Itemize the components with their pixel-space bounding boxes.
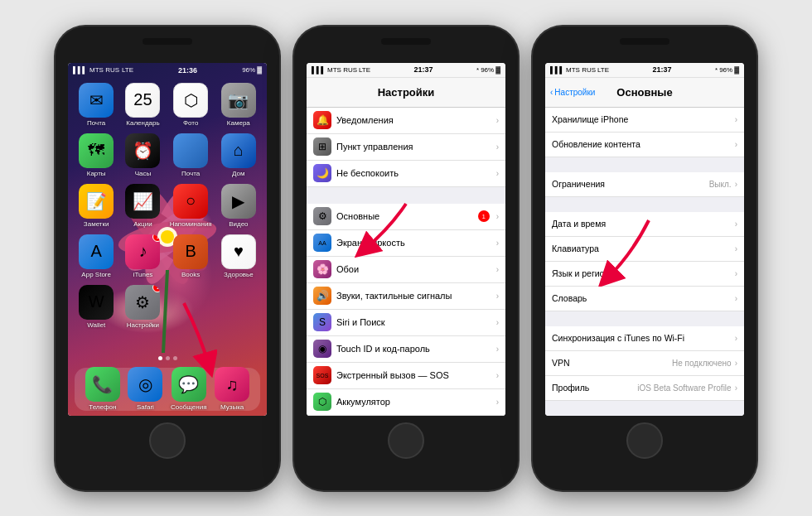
dot-3 — [173, 356, 177, 360]
app-icon[interactable]: ○Напоминания — [170, 184, 212, 228]
home-button-1[interactable] — [149, 422, 186, 459]
chevron-icon: › — [496, 265, 499, 274]
settings-row[interactable]: ⚙Основные1› — [307, 204, 505, 230]
general-list: Хранилище iPhone›Обновление контента›Огр… — [545, 108, 744, 416]
dock-app[interactable]: ♫Музыка — [215, 367, 249, 411]
app-icon[interactable]: ⚙1Настройки — [123, 285, 162, 329]
chevron-back-icon: ‹ — [550, 88, 553, 97]
settings-row[interactable]: ⊞Пункт управления› — [307, 134, 505, 161]
settings-row-label: Экран и яркость — [336, 238, 491, 248]
general-row[interactable]: Клавиатура› — [545, 237, 744, 262]
general-row-label: Профиль — [552, 383, 637, 393]
signal-2: ▌▌▌ — [312, 66, 326, 74]
general-spacer — [545, 157, 744, 172]
general-row[interactable]: Синхронизация с iTunes по Wi-Fi› — [545, 326, 744, 351]
chevron-icon: › — [735, 180, 737, 189]
general-row[interactable]: VPNНе подключено› — [545, 351, 744, 376]
settings-row-label: Уведомления — [336, 115, 491, 125]
app-label: Напоминания — [170, 220, 212, 228]
settings-row-label: Пункт управления — [336, 142, 491, 152]
back-label: Настройки — [554, 88, 595, 97]
general-row[interactable]: Словарь› — [545, 287, 744, 311]
settings-row[interactable]: SOSЭкстренный вызов — SOS› — [307, 363, 505, 389]
chevron-icon: › — [735, 115, 737, 124]
dock-icon: 📞 — [85, 367, 120, 402]
general-row-label: Синхронизация с iTunes по Wi-Fi — [552, 333, 735, 343]
chevron-icon: › — [496, 239, 499, 248]
app-icon[interactable]: ⬡Фото — [170, 83, 212, 127]
settings-row[interactable]: 🌸Обои› — [307, 257, 505, 283]
battery-pct-3: 96% — [719, 66, 732, 74]
app-icon[interactable]: 📈Акции — [123, 184, 162, 228]
app-icon[interactable]: ♥Здоровье — [219, 234, 259, 278]
app-label: Почта — [87, 119, 105, 127]
icon-box: ✉ — [79, 83, 114, 118]
app-icon[interactable]: 25Календарь — [123, 83, 162, 127]
badge: 1 — [152, 234, 160, 242]
settings-row[interactable]: 🌙Не беспокоить› — [307, 161, 505, 187]
app-icon[interactable]: ✉Почта — [76, 83, 116, 127]
app-icon[interactable]: AApp Store — [76, 234, 116, 278]
settings-row-icon: 🔔 — [313, 111, 331, 129]
app-label: Календарь — [126, 119, 159, 127]
app-label: Настройки — [127, 321, 159, 329]
app-label: Часы — [135, 170, 152, 177]
dock-app[interactable]: 💬Сообщения — [171, 367, 206, 411]
general-row[interactable]: Обновление контента› — [545, 133, 744, 157]
icon-box: A — [79, 234, 114, 269]
general-row[interactable]: ОграниченияВыкл.› — [545, 172, 744, 197]
app-icon[interactable]: ▶Видео — [219, 184, 259, 228]
settings-spacer — [307, 187, 505, 204]
general-spacer — [545, 197, 744, 212]
general-row[interactable]: Язык и регион› — [545, 262, 744, 287]
icon-box — [173, 133, 208, 168]
settings-row[interactable]: 🔊Звуки, тактильные сигналы› — [307, 283, 505, 310]
settings-row[interactable]: ◉Touch ID и код-пароль› — [307, 336, 505, 363]
general-row[interactable]: Дата и время› — [545, 212, 744, 237]
app-icon[interactable]: Почта — [170, 133, 212, 177]
general-row-label: Дата и время — [552, 219, 735, 229]
app-label: Дом — [232, 170, 244, 177]
network: LTE — [122, 66, 133, 74]
settings-row-label: Не беспокоить — [336, 168, 491, 178]
icon-box: 📝 — [79, 184, 114, 219]
chevron-icon: › — [735, 383, 737, 393]
general-row[interactable]: ПрофильiOS Beta Software Profile› — [545, 376, 744, 401]
bt-icon-2: * — [476, 66, 479, 74]
icon-box: W — [79, 285, 114, 320]
dock-app[interactable]: 📞Телефон — [85, 367, 120, 411]
icon-box: ▶ — [221, 184, 256, 219]
chevron-icon: › — [735, 294, 737, 303]
battery-icon-1: ▓ — [257, 66, 262, 74]
general-row[interactable]: Хранилище iPhone› — [545, 108, 744, 133]
dot-2 — [166, 356, 170, 360]
app-label: Карты — [87, 170, 106, 177]
settings-row[interactable]: SSiri и Поиск› — [307, 310, 505, 336]
app-label: Здоровье — [224, 271, 254, 278]
back-button[interactable]: ‹ Настройки — [550, 88, 595, 97]
app-grid: ✉Почта25Календарь⬡Фото📷Камера🗺Карты⏰Часы… — [68, 78, 267, 334]
general-row-label: Ограничения — [552, 179, 709, 189]
app-icon[interactable]: 🗺Карты — [76, 133, 116, 177]
time-1: 21:36 — [178, 66, 197, 75]
app-icon[interactable]: BBooks — [170, 234, 212, 278]
app-icon[interactable]: 📷Камера — [219, 83, 259, 127]
home-button-3[interactable] — [626, 422, 663, 459]
app-icon[interactable]: ⏰Часы — [123, 133, 162, 177]
chevron-icon: › — [735, 334, 737, 343]
app-icon[interactable]: ⌂Дом — [219, 133, 259, 177]
chevron-icon: › — [496, 169, 499, 178]
general-row-label: Обновление контента — [552, 139, 735, 149]
app-icon[interactable]: ♪1iTunes — [123, 234, 162, 278]
app-icon[interactable]: WWallet — [76, 285, 116, 329]
settings-row[interactable]: AAЭкран и яркость› — [307, 230, 505, 257]
settings-row-icon: ⚙ — [313, 207, 331, 225]
settings-title: Настройки — [378, 86, 435, 99]
settings-row-badge: 1 — [478, 210, 490, 222]
app-icon[interactable]: 📝Заметки — [76, 184, 116, 228]
home-button-2[interactable] — [388, 422, 424, 459]
settings-row[interactable]: ⬡Аккумулятор› — [307, 389, 505, 416]
settings-row[interactable]: 🔔Уведомления› — [307, 108, 505, 134]
dock-app[interactable]: ◎Safari — [128, 367, 162, 411]
status-bar-1: ▌▌▌ MTS RUS LTE 21:36 96% ▓ — [68, 63, 267, 78]
